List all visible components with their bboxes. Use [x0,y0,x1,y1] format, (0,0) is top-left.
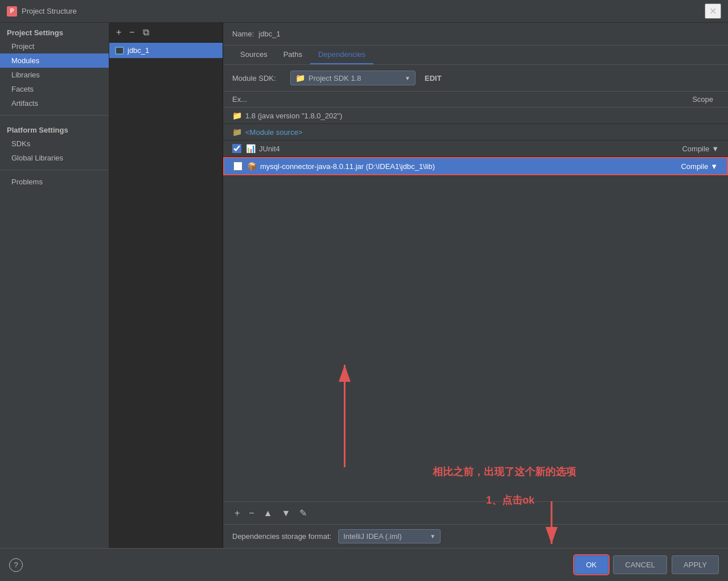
sidebar-item-project-label: Project [11,42,34,51]
sdk-edit-button[interactable]: EDIT [425,74,442,83]
sdk-row: Module SDK: 📁 Project SDK 1.8 ▼ EDIT [223,65,728,92]
mysql-scope-arrow: ▼ [710,162,718,171]
ok-button[interactable]: OK [574,555,609,574]
sidebar-item-artifacts-label: Artifacts [11,99,38,108]
module-item-jdbc1[interactable]: jdbc_1 [109,43,223,58]
sidebar-divider2 [0,170,109,170]
add-module-button[interactable]: + [114,26,124,39]
mysql-jar-icon: 📦 [247,162,257,171]
storage-row: Dependencies storage format: IntelliJ ID… [223,524,728,548]
sidebar-item-project[interactable]: Project [0,39,109,53]
sidebar-item-problems-label: Problems [11,178,43,186]
storage-value: IntelliJ IDEA (.iml) [343,532,426,541]
dep-name-col-header [249,95,662,104]
sidebar-item-global-libraries[interactable]: Global Libraries [0,151,109,165]
module-panel: + − ⧉ jdbc_1 [109,23,223,548]
project-structure-window: P Project Structure ✕ Project Settings P… [0,0,728,581]
ok-arrow-svg [523,496,580,553]
dep-row-mysql[interactable]: 📦 mysql-connector-java-8.0.11.jar (D:\ID… [223,157,728,175]
dependencies-area: Ex... Scope 📁 1.8 (java version "1.8.0_2… [223,92,728,548]
sdk-dropdown[interactable]: 📁 Project SDK 1.8 ▼ [290,71,416,85]
dep-move-up-button[interactable]: ▲ [261,507,275,520]
mysql-jar-name: mysql-connector-java-8.0.11.jar (D:\IDEA… [260,162,681,171]
module-name: jdbc_1 [127,46,149,55]
jdk-dep-name: 1.8 (java version "1.8.0_202") [245,112,719,120]
module-name-value: jdbc_1 [258,30,280,38]
title-bar: P Project Structure ✕ [0,0,728,23]
close-button[interactable]: ✕ [705,3,721,19]
tab-sources[interactable]: Sources [232,46,275,64]
jdk-folder-icon: 📁 [232,111,242,120]
junit4-checkbox[interactable] [232,144,241,153]
dep-table-header: Ex... Scope [223,92,728,108]
junit4-scope-arrow: ▼ [711,145,719,153]
sdk-dropdown-arrow: ▼ [405,75,410,81]
tab-paths[interactable]: Paths [275,46,310,64]
cancel-button[interactable]: CANCEL [613,555,667,574]
sidebar-item-modules[interactable]: Modules [0,53,109,68]
platform-settings-label: Platform Settings [0,120,109,137]
detail-header: Name: jdbc_1 [223,23,728,46]
junit4-icon: 📊 [246,144,256,153]
dep-row-junit4: 📊 JUnit4 Compile ▼ [223,141,728,157]
sidebar-item-facets[interactable]: Facets [0,82,109,96]
help-button[interactable]: ? [9,558,23,572]
storage-label: Dependencies storage format: [232,532,331,541]
footer-left: ? [9,558,570,572]
footer: 1、点击ok ? OK CANCEL APPLY [0,548,728,581]
dep-row-jdk: 📁 1.8 (java version "1.8.0_202") [223,108,728,124]
sidebar-divider [0,115,109,116]
junit4-name: JUnit4 [259,145,682,153]
sidebar-item-problems[interactable]: Problems [0,175,109,189]
module-icon [115,47,124,55]
name-label: Name: [232,30,254,38]
annotation-text: 相比之前，出现了这个新的选项 [433,465,576,479]
dep-list: 📁 1.8 (java version "1.8.0_202") 📁 <Modu… [223,108,728,342]
sidebar-item-libraries[interactable]: Libraries [0,68,109,82]
dep-remove-button[interactable]: − [246,507,256,520]
module-source-name: <Module source> [245,128,719,137]
module-toolbar: + − ⧉ [109,23,223,43]
sidebar-item-facets-label: Facets [11,85,34,93]
dep-expand-col-header: Ex... [232,95,249,104]
sidebar-item-modules-label: Modules [11,56,39,65]
sdk-folder-icon: 📁 [295,73,305,83]
tab-dependencies[interactable]: Dependencies [310,46,373,64]
copy-module-button[interactable]: ⧉ [141,26,151,39]
dep-move-down-button[interactable]: ▼ [279,507,293,520]
app-icon: P [7,6,17,17]
sidebar-item-libraries-label: Libraries [11,71,40,79]
dep-row-module-source: 📁 <Module source> [223,124,728,141]
storage-dropdown-arrow: ▼ [430,533,435,539]
storage-dropdown[interactable]: IntelliJ IDEA (.iml) ▼ [338,529,441,543]
main-content: Project Settings Project Modules Librari… [0,23,728,548]
sdk-label: Module SDK: [232,74,283,83]
dep-add-button[interactable]: + [232,507,242,520]
dep-bottom-toolbar: + − ▲ ▼ ✎ [223,501,728,524]
tabs-bar: Sources Paths Dependencies [223,46,728,65]
sidebar-item-global-libraries-label: Global Libraries [11,154,63,162]
sidebar-item-artifacts[interactable]: Artifacts [0,96,109,110]
mysql-checkbox[interactable] [233,162,242,171]
sidebar: Project Settings Project Modules Librari… [0,23,109,548]
dep-scope-col-header: Scope [662,95,719,104]
junit4-scope: Compile ▼ [682,145,719,153]
dep-edit-button[interactable]: ✎ [297,506,309,520]
sidebar-item-sdks-label: SDKs [11,139,30,148]
sdk-value: Project SDK 1.8 [309,74,401,83]
window-title: Project Structure [22,7,705,15]
module-source-icon: 📁 [232,127,242,137]
project-settings-label: Project Settings [0,23,109,39]
remove-module-button[interactable]: − [127,26,137,39]
apply-button[interactable]: APPLY [672,555,719,574]
detail-panel: Name: jdbc_1 Sources Paths Dependencies … [223,23,728,548]
mysql-scope: Compile ▼ [681,162,718,171]
annotation-area: 相比之前，出现了这个新的选项 [223,342,728,501]
sidebar-item-sdks[interactable]: SDKs [0,137,109,151]
